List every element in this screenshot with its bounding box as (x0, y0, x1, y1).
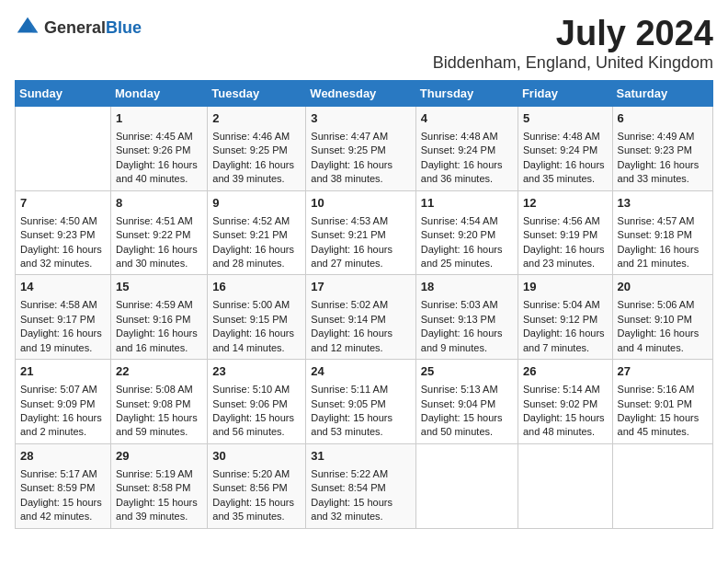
calendar-cell: 3Sunrise: 4:47 AMSunset: 9:25 PMDaylight… (306, 106, 415, 190)
calendar-cell: 18Sunrise: 5:03 AMSunset: 9:13 PMDayligh… (415, 275, 518, 360)
day-header-sunday: Sunday (16, 80, 111, 106)
sunrise-text: Sunrise: 4:45 AM (116, 130, 202, 144)
day-number: 23 (212, 363, 301, 380)
sunrise-text: Sunrise: 5:07 AM (20, 383, 106, 396)
sunrise-text: Sunrise: 5:03 AM (421, 298, 513, 312)
sunset-text: Sunset: 9:21 PM (212, 228, 301, 242)
sunset-text: Sunset: 9:21 PM (311, 228, 410, 242)
calendar-cell: 22Sunrise: 5:08 AMSunset: 9:08 PMDayligh… (111, 360, 208, 444)
sunrise-text: Sunrise: 5:17 AM (20, 467, 106, 481)
calendar-cell: 20Sunrise: 5:06 AMSunset: 9:10 PMDayligh… (612, 275, 712, 360)
calendar-cell: 26Sunrise: 5:14 AMSunset: 9:02 PMDayligh… (518, 360, 612, 444)
title-block: July 2024 Biddenham, England, United Kin… (433, 15, 713, 73)
day-number: 5 (523, 110, 608, 127)
daylight-text: Daylight: 16 hours and 25 minutes. (421, 243, 513, 271)
sunset-text: Sunset: 9:16 PM (116, 313, 202, 327)
calendar-week-row: 21Sunrise: 5:07 AMSunset: 9:09 PMDayligh… (16, 360, 713, 444)
sunrise-text: Sunrise: 4:48 AM (421, 130, 513, 144)
day-header-monday: Monday (111, 80, 208, 106)
day-header-friday: Friday (518, 80, 612, 106)
calendar-cell: 25Sunrise: 5:13 AMSunset: 9:04 PMDayligh… (415, 360, 518, 444)
daylight-text: Daylight: 15 hours and 45 minutes. (618, 411, 708, 440)
calendar-cell (16, 106, 111, 190)
sunset-text: Sunset: 9:23 PM (20, 228, 106, 242)
sunset-text: Sunset: 8:54 PM (311, 481, 410, 495)
sunset-text: Sunset: 9:06 PM (212, 397, 301, 411)
daylight-text: Daylight: 15 hours and 56 minutes. (212, 411, 301, 440)
daylight-text: Daylight: 15 hours and 53 minutes. (311, 411, 410, 440)
calendar-week-row: 28Sunrise: 5:17 AMSunset: 8:59 PMDayligh… (16, 443, 713, 528)
sunrise-text: Sunrise: 4:50 AM (20, 214, 106, 228)
daylight-text: Daylight: 16 hours and 12 minutes. (311, 327, 410, 355)
daylight-text: Daylight: 15 hours and 42 minutes. (20, 496, 106, 524)
day-number: 15 (116, 279, 202, 295)
day-number: 21 (20, 363, 106, 380)
calendar-cell: 6Sunrise: 4:49 AMSunset: 9:23 PMDaylight… (612, 106, 712, 190)
sunrise-text: Sunrise: 5:11 AM (311, 383, 410, 396)
daylight-text: Daylight: 16 hours and 40 minutes. (116, 158, 202, 187)
sunset-text: Sunset: 9:25 PM (311, 144, 410, 157)
logo-icon (15, 15, 40, 40)
sunset-text: Sunset: 9:10 PM (618, 313, 708, 327)
calendar-cell: 16Sunrise: 5:00 AMSunset: 9:15 PMDayligh… (208, 275, 306, 360)
calendar-cell: 31Sunrise: 5:22 AMSunset: 8:54 PMDayligh… (306, 443, 415, 528)
day-number: 27 (618, 363, 708, 380)
daylight-text: Daylight: 15 hours and 50 minutes. (421, 411, 513, 440)
day-number: 29 (116, 448, 202, 465)
day-header-saturday: Saturday (612, 80, 712, 106)
daylight-text: Daylight: 16 hours and 9 minutes. (421, 327, 513, 355)
sunset-text: Sunset: 9:17 PM (20, 313, 106, 327)
calendar-cell: 2Sunrise: 4:46 AMSunset: 9:25 PMDaylight… (208, 106, 306, 190)
daylight-text: Daylight: 16 hours and 2 minutes. (20, 411, 106, 440)
daylight-text: Daylight: 16 hours and 4 minutes. (618, 327, 708, 355)
sunset-text: Sunset: 9:04 PM (421, 397, 513, 411)
daylight-text: Daylight: 16 hours and 30 minutes. (116, 243, 202, 271)
daylight-text: Daylight: 16 hours and 28 minutes. (212, 243, 301, 271)
calendar-cell: 21Sunrise: 5:07 AMSunset: 9:09 PMDayligh… (16, 360, 111, 444)
day-number: 25 (421, 363, 513, 380)
calendar-cell: 13Sunrise: 4:57 AMSunset: 9:18 PMDayligh… (612, 190, 712, 275)
sunrise-text: Sunrise: 5:04 AM (523, 298, 608, 312)
sunrise-text: Sunrise: 5:14 AM (523, 383, 608, 396)
calendar-cell: 15Sunrise: 4:59 AMSunset: 9:16 PMDayligh… (111, 275, 208, 360)
sunset-text: Sunset: 9:19 PM (523, 228, 608, 242)
day-number: 19 (523, 279, 608, 295)
calendar-cell: 24Sunrise: 5:11 AMSunset: 9:05 PMDayligh… (306, 360, 415, 444)
sunset-text: Sunset: 8:58 PM (116, 481, 202, 495)
sunrise-text: Sunrise: 4:56 AM (523, 214, 608, 228)
day-number: 13 (618, 195, 708, 212)
daylight-text: Daylight: 15 hours and 39 minutes. (116, 496, 202, 524)
sunset-text: Sunset: 8:59 PM (20, 481, 106, 495)
sunrise-text: Sunrise: 5:22 AM (311, 467, 410, 481)
daylight-text: Daylight: 16 hours and 27 minutes. (311, 243, 410, 271)
calendar-cell: 30Sunrise: 5:20 AMSunset: 8:56 PMDayligh… (208, 443, 306, 528)
sunset-text: Sunset: 8:56 PM (212, 481, 301, 495)
sunset-text: Sunset: 9:13 PM (421, 313, 513, 327)
calendar-cell: 8Sunrise: 4:51 AMSunset: 9:22 PMDaylight… (111, 190, 208, 275)
sunset-text: Sunset: 9:02 PM (523, 397, 608, 411)
calendar-cell: 14Sunrise: 4:58 AMSunset: 9:17 PMDayligh… (16, 275, 111, 360)
sunrise-text: Sunrise: 5:20 AM (212, 467, 301, 481)
day-number: 24 (311, 363, 410, 380)
sunrise-text: Sunrise: 4:47 AM (311, 130, 410, 144)
sunset-text: Sunset: 9:18 PM (618, 228, 708, 242)
day-header-wednesday: Wednesday (306, 80, 415, 106)
calendar-week-row: 7Sunrise: 4:50 AMSunset: 9:23 PMDaylight… (16, 190, 713, 275)
sunrise-text: Sunrise: 5:19 AM (116, 467, 202, 481)
sunrise-text: Sunrise: 5:02 AM (311, 298, 410, 312)
daylight-text: Daylight: 16 hours and 21 minutes. (618, 243, 708, 271)
sunset-text: Sunset: 9:09 PM (20, 397, 106, 411)
sunrise-text: Sunrise: 5:10 AM (212, 383, 301, 396)
day-number: 3 (311, 110, 410, 127)
sunrise-text: Sunrise: 4:46 AM (212, 130, 301, 144)
daylight-text: Daylight: 16 hours and 32 minutes. (20, 243, 106, 271)
daylight-text: Daylight: 15 hours and 48 minutes. (523, 411, 608, 440)
logo: GeneralBlue (15, 15, 142, 40)
sunset-text: Sunset: 9:15 PM (212, 313, 301, 327)
calendar-table: SundayMondayTuesdayWednesdayThursdayFrid… (15, 80, 713, 529)
sunset-text: Sunset: 9:26 PM (116, 144, 202, 157)
day-number: 18 (421, 279, 513, 295)
day-number: 2 (212, 110, 301, 127)
day-number: 17 (311, 279, 410, 295)
sunrise-text: Sunrise: 4:51 AM (116, 214, 202, 228)
